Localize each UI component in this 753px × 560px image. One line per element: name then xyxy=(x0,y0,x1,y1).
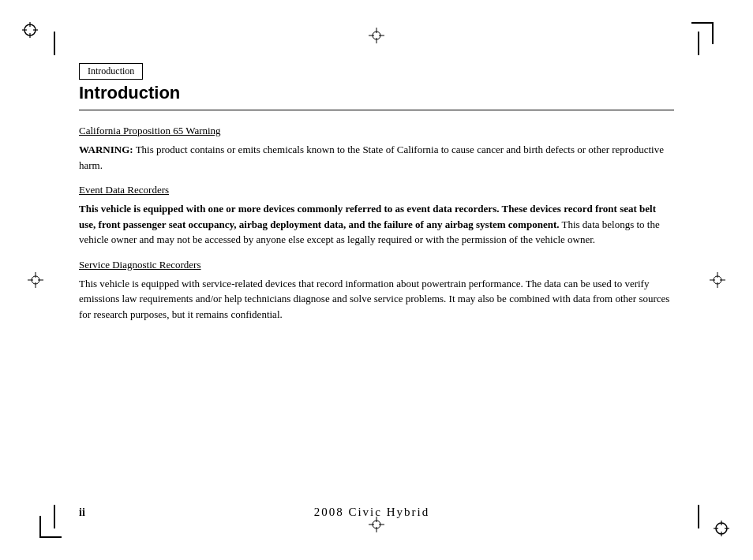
warning-label: WARNING: xyxy=(79,144,133,155)
subsection-heading-sdr: Service Diagnostic Recorders xyxy=(79,259,201,271)
subsection-edr: Event Data Recorders This vehicle is equ… xyxy=(79,184,674,248)
paragraph-warning: WARNING: This product contains or emits … xyxy=(79,142,674,173)
warning-text: This product contains or emits chemicals… xyxy=(79,144,664,171)
paragraph-sdr: This vehicle is equipped with service-re… xyxy=(79,276,674,323)
footer-page-number: ii xyxy=(79,506,85,519)
reg-mark-br xyxy=(707,514,731,538)
sdr-text: This vehicle is equipped with service-re… xyxy=(79,278,669,320)
crosshair-top xyxy=(369,28,384,43)
subsection-heading-edr: Event Data Recorders xyxy=(79,184,169,196)
crosshair-right xyxy=(710,272,725,288)
title-rule xyxy=(79,110,674,110)
subsection-heading-ca-prop: California Proposition 65 Warning xyxy=(79,125,221,137)
reg-mark-tl xyxy=(22,22,46,46)
subsection-ca-prop: California Proposition 65 Warning WARNIN… xyxy=(79,125,674,173)
footer-vehicle-title: 2008 Civic Hybrid xyxy=(314,506,430,519)
crosshair-left xyxy=(28,272,43,288)
side-line-right-bottom xyxy=(698,505,699,528)
subsection-sdr: Service Diagnostic Recorders This vehicl… xyxy=(79,259,674,323)
bracket-tr xyxy=(691,22,714,44)
crosshair-bottom xyxy=(369,517,384,532)
section-title: Introduction xyxy=(79,83,674,103)
title-box: Introduction xyxy=(79,63,143,80)
title-box-label: Introduction xyxy=(88,65,134,77)
main-content: Introduction Introduction California Pro… xyxy=(79,63,674,497)
bracket-bl xyxy=(39,516,62,538)
paragraph-edr: This vehicle is equipped with one or mor… xyxy=(79,201,674,248)
footer: ii 2008 Civic Hybrid xyxy=(79,506,674,519)
side-line-left xyxy=(54,32,55,55)
page: Introduction Introduction California Pro… xyxy=(0,0,753,560)
